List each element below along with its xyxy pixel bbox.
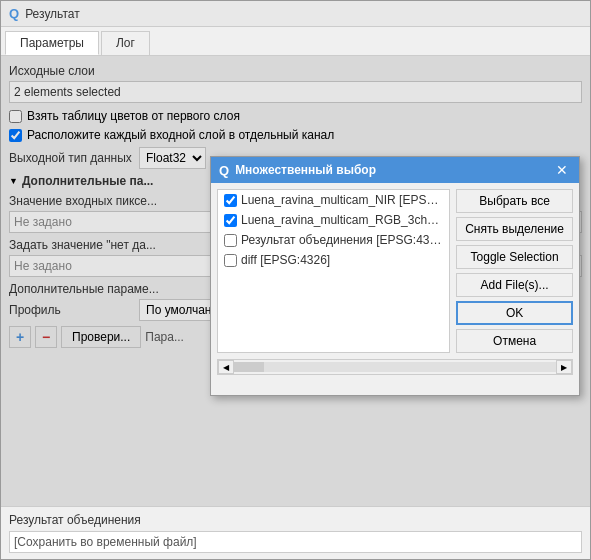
modal-dialog: Q Множественный выбор ✕ Luena_ravina_mul…: [210, 156, 580, 396]
select-all-button[interactable]: Выбрать все: [456, 189, 573, 213]
modal-title-left: Q Множественный выбор: [219, 163, 376, 178]
list-item-text-0: Luena_ravina_multicam_NIR [EPSG:4326]: [241, 193, 443, 207]
list-item-text-1: Luena_ravina_multicam_RGB_3ch_nogamma...: [241, 213, 443, 227]
list-item[interactable]: Luena_ravina_multicam_NIR [EPSG:4326]: [218, 190, 449, 210]
list-item-text-3: diff [EPSG:4326]: [241, 253, 330, 267]
window-title: Результат: [25, 7, 80, 21]
list-item[interactable]: Результат объединения [EPSG:4326]: [218, 230, 449, 250]
scroll-right-button[interactable]: ▶: [556, 360, 572, 374]
modal-buttons: Выбрать все Снять выделение Toggle Selec…: [456, 189, 573, 353]
list-item[interactable]: Luena_ravina_multicam_RGB_3ch_nogamma...: [218, 210, 449, 230]
modal-scrollbar[interactable]: ◀ ▶: [217, 359, 573, 375]
modal-title: Множественный выбор: [235, 163, 376, 177]
main-window: Q Результат Параметры Лог Исходные слои …: [0, 0, 591, 560]
tab-bar: Параметры Лог: [1, 27, 590, 56]
add-files-button[interactable]: Add File(s)...: [456, 273, 573, 297]
qgis-icon: Q: [9, 6, 19, 21]
list-item[interactable]: diff [EPSG:4326]: [218, 250, 449, 270]
modal-list[interactable]: Luena_ravina_multicam_NIR [EPSG:4326] Lu…: [217, 189, 450, 353]
main-content: Исходные слои // We'll set this after re…: [1, 56, 590, 506]
scroll-thumb[interactable]: [234, 362, 264, 372]
title-bar: Q Результат: [1, 1, 590, 27]
tab-params[interactable]: Параметры: [5, 31, 99, 55]
modal-qgis-icon: Q: [219, 163, 229, 178]
list-item-checkbox-1[interactable]: [224, 214, 237, 227]
list-item-text-2: Результат объединения [EPSG:4326]: [241, 233, 443, 247]
scroll-left-button[interactable]: ◀: [218, 360, 234, 374]
ok-button[interactable]: OK: [456, 301, 573, 325]
deselect-button[interactable]: Снять выделение: [456, 217, 573, 241]
modal-overlay: Q Множественный выбор ✕ Luena_ravina_mul…: [1, 56, 590, 506]
list-item-checkbox-0[interactable]: [224, 194, 237, 207]
result-label: Результат объединения: [9, 513, 582, 527]
scroll-track: [234, 362, 556, 372]
cancel-button[interactable]: Отмена: [456, 329, 573, 353]
toggle-selection-button[interactable]: Toggle Selection: [456, 245, 573, 269]
list-item-checkbox-2[interactable]: [224, 234, 237, 247]
modal-close-button[interactable]: ✕: [553, 161, 571, 179]
tab-log[interactable]: Лог: [101, 31, 150, 55]
list-item-checkbox-3[interactable]: [224, 254, 237, 267]
result-input[interactable]: [9, 531, 582, 553]
modal-body: Luena_ravina_multicam_NIR [EPSG:4326] Lu…: [211, 183, 579, 359]
modal-title-bar: Q Множественный выбор ✕: [211, 157, 579, 183]
result-section: Результат объединения: [1, 506, 590, 559]
